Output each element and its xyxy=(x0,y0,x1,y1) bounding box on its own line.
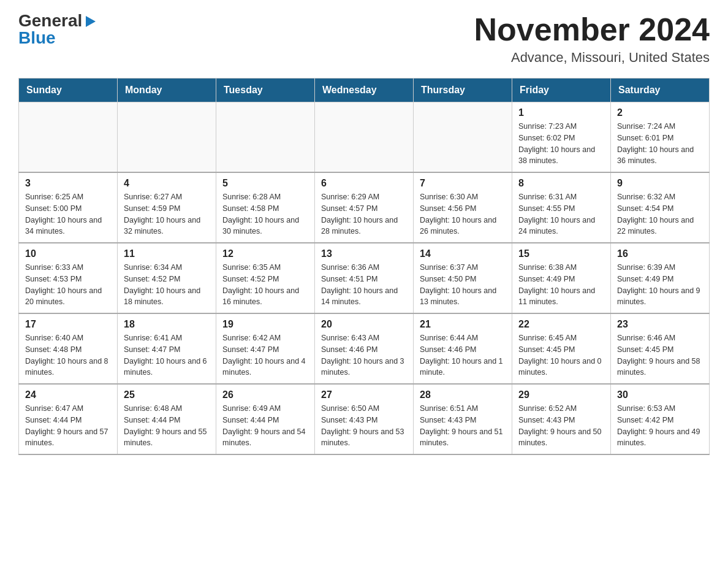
day-number: 14 xyxy=(420,248,506,259)
calendar-day-cell: 11Sunrise: 6:34 AM Sunset: 4:52 PM Dayli… xyxy=(118,243,216,313)
day-number: 5 xyxy=(222,178,308,189)
day-sun-info: Sunrise: 6:28 AM Sunset: 4:58 PM Dayligh… xyxy=(222,191,308,237)
calendar-day-cell: 22Sunrise: 6:45 AM Sunset: 4:45 PM Dayli… xyxy=(512,313,611,384)
day-number: 4 xyxy=(124,178,210,189)
svg-marker-0 xyxy=(86,16,96,27)
calendar-week-row: 1Sunrise: 7:23 AM Sunset: 6:02 PM Daylig… xyxy=(19,102,710,173)
day-number: 15 xyxy=(518,248,604,259)
calendar-day-cell: 5Sunrise: 6:28 AM Sunset: 4:58 PM Daylig… xyxy=(216,172,315,243)
calendar-table: SundayMondayTuesdayWednesdayThursdayFrid… xyxy=(18,78,710,455)
calendar-day-cell: 20Sunrise: 6:43 AM Sunset: 4:46 PM Dayli… xyxy=(315,313,414,384)
page-header: General Blue November 2024 Advance, Miss… xyxy=(18,12,710,66)
day-sun-info: Sunrise: 6:29 AM Sunset: 4:57 PM Dayligh… xyxy=(321,191,407,237)
calendar-day-cell: 25Sunrise: 6:48 AM Sunset: 4:44 PM Dayli… xyxy=(118,384,216,454)
calendar-day-cell: 2Sunrise: 7:24 AM Sunset: 6:01 PM Daylig… xyxy=(611,102,710,173)
day-sun-info: Sunrise: 6:33 AM Sunset: 4:53 PM Dayligh… xyxy=(25,262,111,308)
logo-triangle-icon xyxy=(83,15,97,28)
day-number: 16 xyxy=(617,248,703,259)
day-number: 23 xyxy=(617,319,703,330)
day-sun-info: Sunrise: 6:41 AM Sunset: 4:47 PM Dayligh… xyxy=(124,332,210,378)
day-sun-info: Sunrise: 6:30 AM Sunset: 4:56 PM Dayligh… xyxy=(420,191,506,237)
day-number: 22 xyxy=(518,319,604,330)
calendar-week-row: 17Sunrise: 6:40 AM Sunset: 4:48 PM Dayli… xyxy=(19,313,710,384)
calendar-day-cell: 15Sunrise: 6:38 AM Sunset: 4:49 PM Dayli… xyxy=(512,243,611,313)
day-sun-info: Sunrise: 6:53 AM Sunset: 4:42 PM Dayligh… xyxy=(617,403,703,449)
day-number: 28 xyxy=(420,389,506,400)
calendar-day-cell: 28Sunrise: 6:51 AM Sunset: 4:43 PM Dayli… xyxy=(414,384,512,454)
day-sun-info: Sunrise: 6:48 AM Sunset: 4:44 PM Dayligh… xyxy=(124,403,210,449)
calendar-day-cell: 21Sunrise: 6:44 AM Sunset: 4:46 PM Dayli… xyxy=(414,313,512,384)
day-number: 18 xyxy=(124,319,210,330)
calendar-week-row: 10Sunrise: 6:33 AM Sunset: 4:53 PM Dayli… xyxy=(19,243,710,313)
calendar-body: 1Sunrise: 7:23 AM Sunset: 6:02 PM Daylig… xyxy=(19,102,710,455)
day-number: 8 xyxy=(518,178,604,189)
day-number: 1 xyxy=(518,107,604,118)
logo-blue-text: Blue xyxy=(18,29,56,47)
calendar-day-cell: 19Sunrise: 6:42 AM Sunset: 4:47 PM Dayli… xyxy=(216,313,315,384)
calendar-weekday-header: Friday xyxy=(512,79,611,102)
calendar-day-cell: 26Sunrise: 6:49 AM Sunset: 4:44 PM Dayli… xyxy=(216,384,315,454)
day-number: 21 xyxy=(420,319,506,330)
calendar-day-cell xyxy=(216,102,315,173)
logo-general-text: General xyxy=(18,12,82,29)
day-number: 24 xyxy=(25,389,111,400)
location-subtitle: Advance, Missouri, United States xyxy=(474,50,710,66)
calendar-day-cell: 4Sunrise: 6:27 AM Sunset: 4:59 PM Daylig… xyxy=(118,172,216,243)
day-sun-info: Sunrise: 6:52 AM Sunset: 4:43 PM Dayligh… xyxy=(518,403,604,449)
day-sun-info: Sunrise: 6:44 AM Sunset: 4:46 PM Dayligh… xyxy=(420,332,506,378)
day-number: 17 xyxy=(25,319,111,330)
day-number: 7 xyxy=(420,178,506,189)
day-number: 11 xyxy=(124,248,210,259)
month-title: November 2024 xyxy=(474,12,710,47)
day-number: 20 xyxy=(321,319,407,330)
day-number: 12 xyxy=(222,248,308,259)
day-sun-info: Sunrise: 6:39 AM Sunset: 4:49 PM Dayligh… xyxy=(617,262,703,308)
calendar-day-cell xyxy=(118,102,216,173)
day-sun-info: Sunrise: 6:36 AM Sunset: 4:51 PM Dayligh… xyxy=(321,262,407,308)
day-sun-info: Sunrise: 6:49 AM Sunset: 4:44 PM Dayligh… xyxy=(222,403,308,449)
calendar-weekday-header: Saturday xyxy=(611,79,710,102)
day-number: 30 xyxy=(617,389,703,400)
calendar-weekday-header: Sunday xyxy=(19,79,118,102)
day-sun-info: Sunrise: 6:32 AM Sunset: 4:54 PM Dayligh… xyxy=(617,191,703,237)
day-number: 27 xyxy=(321,389,407,400)
day-sun-info: Sunrise: 6:37 AM Sunset: 4:50 PM Dayligh… xyxy=(420,262,506,308)
calendar-day-cell: 23Sunrise: 6:46 AM Sunset: 4:45 PM Dayli… xyxy=(611,313,710,384)
calendar-day-cell: 9Sunrise: 6:32 AM Sunset: 4:54 PM Daylig… xyxy=(611,172,710,243)
calendar-day-cell: 7Sunrise: 6:30 AM Sunset: 4:56 PM Daylig… xyxy=(414,172,512,243)
day-sun-info: Sunrise: 6:51 AM Sunset: 4:43 PM Dayligh… xyxy=(420,403,506,449)
calendar-weekday-header: Monday xyxy=(118,79,216,102)
calendar-header-row: SundayMondayTuesdayWednesdayThursdayFrid… xyxy=(19,79,710,102)
day-number: 19 xyxy=(222,319,308,330)
day-number: 26 xyxy=(222,389,308,400)
day-sun-info: Sunrise: 7:23 AM Sunset: 6:02 PM Dayligh… xyxy=(518,121,604,167)
calendar-weekday-header: Tuesday xyxy=(216,79,315,102)
calendar-day-cell: 18Sunrise: 6:41 AM Sunset: 4:47 PM Dayli… xyxy=(118,313,216,384)
calendar-day-cell: 13Sunrise: 6:36 AM Sunset: 4:51 PM Dayli… xyxy=(315,243,414,313)
calendar-weekday-header: Thursday xyxy=(414,79,512,102)
day-sun-info: Sunrise: 6:43 AM Sunset: 4:46 PM Dayligh… xyxy=(321,332,407,378)
day-number: 3 xyxy=(25,178,111,189)
day-number: 2 xyxy=(617,107,703,118)
day-sun-info: Sunrise: 7:24 AM Sunset: 6:01 PM Dayligh… xyxy=(617,121,703,167)
calendar-day-cell xyxy=(414,102,512,173)
day-sun-info: Sunrise: 6:47 AM Sunset: 4:44 PM Dayligh… xyxy=(25,403,111,449)
day-sun-info: Sunrise: 6:35 AM Sunset: 4:52 PM Dayligh… xyxy=(222,262,308,308)
calendar-day-cell: 14Sunrise: 6:37 AM Sunset: 4:50 PM Dayli… xyxy=(414,243,512,313)
calendar-day-cell: 1Sunrise: 7:23 AM Sunset: 6:02 PM Daylig… xyxy=(512,102,611,173)
day-sun-info: Sunrise: 6:46 AM Sunset: 4:45 PM Dayligh… xyxy=(617,332,703,378)
calendar-day-cell: 27Sunrise: 6:50 AM Sunset: 4:43 PM Dayli… xyxy=(315,384,414,454)
calendar-day-cell: 6Sunrise: 6:29 AM Sunset: 4:57 PM Daylig… xyxy=(315,172,414,243)
day-sun-info: Sunrise: 6:38 AM Sunset: 4:49 PM Dayligh… xyxy=(518,262,604,308)
day-number: 13 xyxy=(321,248,407,259)
day-number: 25 xyxy=(124,389,210,400)
calendar-day-cell: 12Sunrise: 6:35 AM Sunset: 4:52 PM Dayli… xyxy=(216,243,315,313)
day-number: 10 xyxy=(25,248,111,259)
day-sun-info: Sunrise: 6:40 AM Sunset: 4:48 PM Dayligh… xyxy=(25,332,111,378)
calendar-day-cell: 16Sunrise: 6:39 AM Sunset: 4:49 PM Dayli… xyxy=(611,243,710,313)
calendar-day-cell: 10Sunrise: 6:33 AM Sunset: 4:53 PM Dayli… xyxy=(19,243,118,313)
calendar-day-cell xyxy=(315,102,414,173)
calendar-day-cell: 24Sunrise: 6:47 AM Sunset: 4:44 PM Dayli… xyxy=(19,384,118,454)
day-sun-info: Sunrise: 6:42 AM Sunset: 4:47 PM Dayligh… xyxy=(222,332,308,378)
day-sun-info: Sunrise: 6:50 AM Sunset: 4:43 PM Dayligh… xyxy=(321,403,407,449)
